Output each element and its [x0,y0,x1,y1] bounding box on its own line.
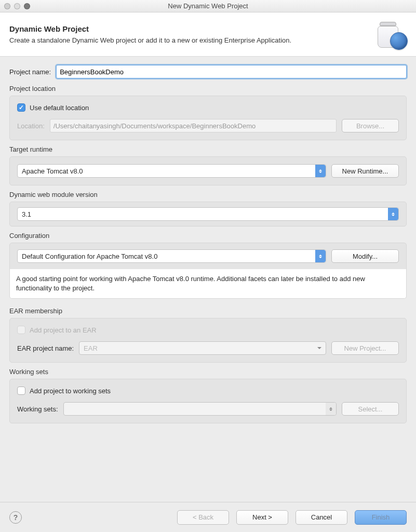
ear-membership-section: EAR membership [9,307,407,315]
help-icon[interactable]: ? [9,511,22,524]
ear-project-name-label: EAR project name: [17,344,74,352]
use-default-location-checkbox[interactable] [17,103,25,112]
ear-project-name-select: EAR [79,341,326,355]
configuration-select[interactable]: Default Configuration for Apache Tomcat … [17,249,326,263]
browse-button: Browse... [342,119,399,132]
working-sets-group: Add project to working sets Working sets… [9,379,407,423]
project-name-input[interactable] [56,65,407,78]
target-runtime-group: Apache Tomcat v8.0 New Runtime... [9,156,407,185]
project-name-label: Project name: [9,68,51,76]
wizard-footer: ? < Back Next > Cancel Finish [0,502,416,532]
chevron-updown-icon [315,165,326,177]
location-input [50,119,337,132]
configuration-group: Default Configuration for Apache Tomcat … [9,243,407,270]
select-working-sets-button: Select... [342,402,399,416]
wizard-header: Dynamic Web Project Create a standalone … [0,12,416,57]
new-project-button: New Project... [331,341,399,355]
add-to-working-sets-checkbox[interactable] [17,387,25,395]
wizard-subtitle: Create a standalone Dynamic Web project … [9,36,291,44]
cancel-button[interactable]: Cancel [296,510,347,525]
back-button: < Back [177,510,229,525]
chevron-down-icon [317,347,321,349]
ear-project-name-value: EAR [84,344,98,352]
titlebar: New Dynamic Web Project [0,0,416,12]
window-title: New Dynamic Web Project [0,2,416,10]
configuration-section: Configuration [9,232,407,240]
dynamic-module-value: 3.1 [22,210,31,218]
target-runtime-value: Apache Tomcat v8.0 [22,167,83,175]
working-sets-section: Working sets [9,368,407,376]
target-runtime-section: Target runtime [9,145,407,153]
add-to-ear-label: Add project to an EAR [30,326,97,334]
dynamic-module-group: 3.1 [9,202,407,227]
project-location-group: Use default location Location: Browse... [9,96,407,140]
wizard-icon [378,20,407,49]
chevron-updown-icon [388,208,398,220]
location-label: Location: [17,122,45,130]
project-location-section: Project location [9,85,407,92]
new-runtime-button[interactable]: New Runtime... [331,164,399,178]
add-to-ear-checkbox[interactable] [17,326,25,334]
use-default-location-label: Use default location [30,104,89,112]
chevron-updown-icon [326,403,336,415]
configuration-description: A good starting point for working with A… [9,269,407,299]
chevron-updown-icon [315,250,326,262]
wizard-title: Dynamic Web Project [9,24,291,33]
modify-button[interactable]: Modify... [331,249,399,263]
globe-icon [390,32,408,50]
finish-button[interactable]: Finish [355,510,407,525]
dynamic-module-section: Dynamic web module version [9,191,407,198]
working-sets-select [63,402,337,416]
ear-membership-group: Add project to an EAR EAR project name: … [9,318,407,363]
next-button[interactable]: Next > [236,510,288,525]
dynamic-module-select[interactable]: 3.1 [17,207,399,221]
add-to-working-sets-label: Add project to working sets [30,387,111,395]
wizard-body: Project name: Project location Use defau… [0,57,416,433]
target-runtime-select[interactable]: Apache Tomcat v8.0 [17,164,326,178]
working-sets-label: Working sets: [17,405,58,413]
configuration-value: Default Configuration for Apache Tomcat … [22,252,157,260]
